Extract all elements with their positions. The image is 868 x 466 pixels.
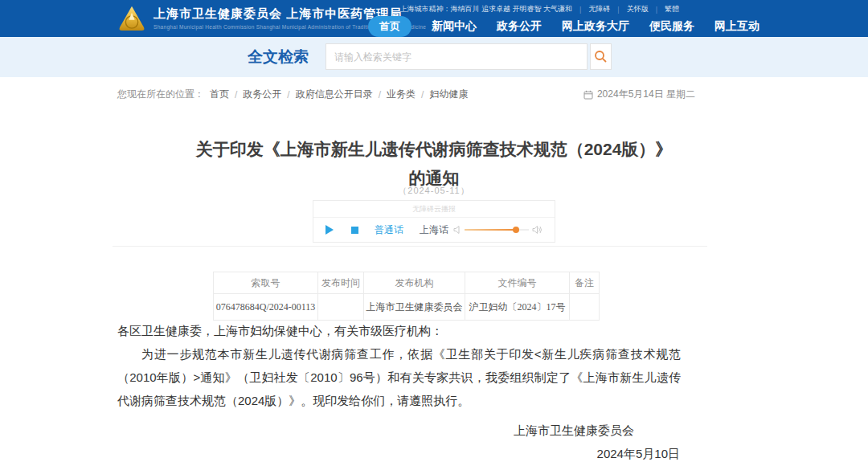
volume-up-icon — [532, 225, 542, 235]
volume-slider[interactable] — [465, 229, 529, 231]
col-remarks: 备注 — [570, 272, 600, 294]
signature-org: 上海市卫生健康委员会 — [117, 419, 680, 442]
site-header: 上海市卫生健康委员会 上海市中医药管理局 Shanghai Municipal … — [0, 0, 868, 37]
article-body: 各区卫生健康委，上海市妇幼保健中心，有关市级医疗机构： 为进一步规范本市新生儿遗… — [117, 319, 681, 412]
search-band: 全文检索 — [0, 37, 868, 77]
breadcrumb-info-directory[interactable]: 政府信息公开目录 — [296, 88, 373, 101]
nav-home[interactable]: 首页 — [368, 16, 411, 37]
link-traditional-chinese[interactable]: 繁體 — [665, 4, 679, 14]
breadcrumb-home[interactable]: 首页 — [210, 88, 229, 101]
breadcrumb-gov-affairs[interactable]: 政务公开 — [243, 88, 281, 101]
stop-icon[interactable] — [351, 227, 358, 234]
volume-down-icon — [453, 225, 461, 235]
header-utility-links: 上海城市精神：海纳百川 追求卓越 开明睿智 大气谦和 | 无障碍 | 关怀版 |… — [399, 4, 679, 14]
signature-date: 2024年5月10日 — [117, 442, 680, 465]
volume-fill — [465, 229, 516, 231]
search-row: 全文检索 — [248, 43, 612, 70]
search-label: 全文检索 — [248, 47, 309, 67]
article-pub-date: （2024-05-11） — [0, 185, 868, 197]
col-document-number: 文件编号 — [465, 272, 570, 294]
search-icon — [594, 50, 608, 63]
cell-publish-time — [318, 294, 364, 321]
col-retrieval-number: 索取号 — [214, 272, 318, 294]
city-spirit-text: 上海城市精神：海纳百川 追求卓越 开明睿智 大气谦和 — [399, 4, 572, 14]
page: 上海市卫生健康委员会 上海市中医药管理局 Shanghai Municipal … — [0, 0, 868, 466]
divider: / — [287, 89, 289, 100]
audio-reader-widget: 无障碍云播报 普通话 上海话 — [313, 200, 555, 243]
nav-public-services[interactable]: 便民服务 — [649, 19, 694, 34]
calendar-icon — [583, 90, 593, 100]
breadcrumb-business-class[interactable]: 业务类 — [387, 88, 416, 101]
main-paragraph: 为进一步规范本市新生儿遗传代谢病筛查工作，依据《卫生部关于印发<新生儿疾病筛查技… — [117, 342, 681, 412]
divider: | — [656, 6, 657, 14]
cell-publish-org: 上海市卫生健康委员会 — [364, 294, 465, 321]
nav-online-interaction[interactable]: 网上互动 — [714, 19, 760, 34]
lang-mandarin-button[interactable]: 普通话 — [375, 223, 403, 237]
nav-gov-affairs[interactable]: 政务公开 — [497, 19, 542, 34]
link-care-version[interactable]: 关怀版 — [627, 4, 649, 14]
divider: | — [579, 6, 581, 14]
main-nav: 首页 新闻中心 政务公开 网上政务大厅 便民服务 网上互动 — [368, 16, 760, 37]
nav-news-center[interactable]: 新闻中心 — [432, 19, 477, 34]
volume-control — [453, 225, 542, 235]
lang-shanghainese-button[interactable]: 上海话 — [420, 223, 448, 237]
search-input[interactable] — [326, 43, 588, 70]
divider: / — [379, 89, 381, 100]
audio-reader-hint: 无障碍云播报 — [313, 201, 555, 218]
health-commission-logo-icon — [117, 4, 146, 33]
breadcrumb-maternal-child-health[interactable]: 妇幼健康 — [429, 88, 468, 101]
cell-document-number: 沪卫妇幼〔2024〕17号 — [465, 294, 570, 321]
divider: | — [617, 6, 619, 14]
nav-online-gov-hall[interactable]: 网上政务大厅 — [562, 19, 629, 34]
search-button[interactable] — [590, 43, 612, 70]
play-icon[interactable] — [326, 225, 334, 235]
document-meta-table: 索取号 发布时间 发布机构 文件编号 备注 076478684Q/2024-00… — [213, 272, 600, 321]
breadcrumb: 您现在所在的位置： 首页 / 政务公开 / 政府信息公开目录 / 业务类 / 妇… — [117, 88, 473, 101]
salutation-paragraph: 各区卫生健康委，上海市妇幼保健中心，有关市级医疗机构： — [117, 319, 681, 342]
col-publish-time: 发布时间 — [318, 272, 364, 294]
cell-remarks — [570, 294, 600, 321]
audio-reader-controls: 普通话 上海话 — [313, 218, 555, 242]
current-date-text: 2024年5月14日 星期二 — [597, 88, 695, 101]
cell-retrieval-number: 076478684Q/2024-00113 — [214, 294, 318, 321]
divider: / — [235, 89, 237, 100]
meta-table-data-row: 076478684Q/2024-00113 上海市卫生健康委员会 沪卫妇幼〔20… — [214, 294, 600, 321]
breadcrumb-label: 您现在所在的位置： — [117, 88, 204, 101]
meta-table-header-row: 索取号 发布时间 发布机构 文件编号 备注 — [214, 272, 600, 294]
divider: / — [421, 89, 424, 100]
link-accessibility[interactable]: 无障碍 — [588, 4, 610, 14]
section-divider — [113, 246, 707, 247]
current-date: 2024年5月14日 星期二 — [583, 88, 695, 101]
col-publish-org: 发布机构 — [364, 272, 465, 294]
volume-slider-handle[interactable] — [513, 227, 519, 233]
signature-block: 上海市卫生健康委员会 2024年5月10日 — [117, 419, 680, 465]
article-title-line1: 关于印发《上海市新生儿遗传代谢病筛查技术规范（2024版）》 — [0, 135, 868, 164]
